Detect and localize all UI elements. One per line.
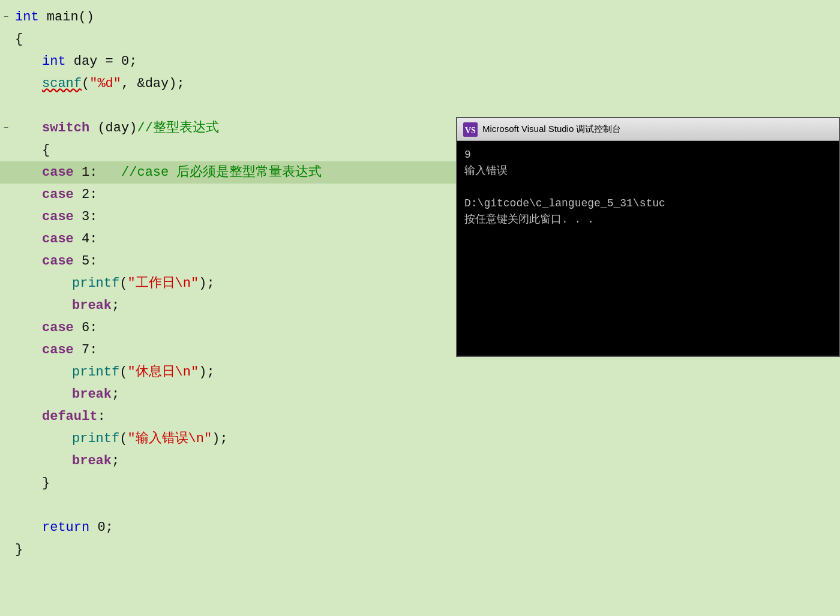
code-content-17: printf("休息日\n"); (12, 362, 215, 383)
keyword-break-1: break (72, 298, 112, 313)
code-content-2: { (12, 29, 23, 50)
printf-3-end: ); (212, 431, 227, 446)
printf-1-end: ); (199, 276, 214, 291)
code-content-10: case 3: (12, 206, 97, 227)
switch-brace-close: } (42, 476, 50, 491)
restday-string: "休息日\n" (127, 365, 199, 380)
code-content-19: default: (12, 406, 106, 427)
keyword-case-4: case (42, 232, 74, 247)
code-content-23 (12, 495, 23, 516)
code-line-1: − int main() (0, 6, 840, 28)
default-colon: : (97, 409, 105, 424)
case-5-val: 5: (74, 254, 98, 269)
switch-condition: (day) (89, 121, 137, 136)
code-content-13: printf("工作日\n"); (12, 273, 215, 294)
keyword-case-7: case (42, 342, 74, 357)
code-content-7: { (12, 140, 50, 161)
code-line-19: default: (0, 405, 840, 428)
keyword-int-2: int (42, 54, 66, 69)
code-editor: − int main() { int day = 0; scanf("%d", … (0, 0, 840, 616)
fold-icon-6[interactable]: − (0, 118, 12, 139)
switch-comment: //整型表达式 (137, 121, 218, 136)
keyword-case-5: case (42, 254, 74, 269)
code-content-14: break; (12, 295, 119, 316)
code-line-23 (0, 494, 840, 516)
printf-2: printf (72, 365, 119, 380)
code-content-24: return 0; (12, 517, 113, 538)
code-content-9: case 2: (12, 184, 97, 205)
break-1-semi: ; (112, 298, 119, 313)
case-4-val: 4: (74, 232, 98, 247)
break-2-semi: ; (112, 387, 119, 402)
code-content-5 (12, 95, 23, 116)
return-val: 0; (89, 520, 113, 535)
case-7-val: 7: (74, 342, 98, 357)
code-line-4: scanf("%d", &day); (0, 73, 840, 95)
code-content-21: break; (12, 450, 119, 471)
keyword-break-2: break (72, 387, 112, 402)
console-window: VS Microsoft Visual Studio 调试控制台 9 输入错误 … (456, 117, 840, 357)
case-1-val: 1: (74, 165, 121, 180)
case-6-val: 6: (74, 320, 98, 335)
main-brace-close: } (15, 542, 23, 557)
case-2-val: 2: (74, 187, 98, 202)
scanf-paren: ( (82, 76, 89, 91)
svg-text:VS: VS (465, 126, 476, 135)
scanf-args: , &day); (121, 76, 185, 91)
code-content-18: break; (12, 384, 119, 405)
keyword-return: return (42, 520, 89, 535)
format-string: "%d" (89, 76, 121, 91)
code-content-11: case 4: (12, 229, 97, 250)
printf-1-paren: ( (119, 276, 127, 291)
brace-open: { (15, 32, 23, 47)
console-output: 9 输入错误 D:\gitcode\c_languege_5_31\stuc 按… (464, 147, 832, 228)
code-content-1: int main() (12, 7, 94, 28)
keyword-switch: switch (42, 121, 89, 136)
code-content-25: } (12, 539, 23, 560)
keyword-case-2: case (42, 187, 74, 202)
code-line-2: { (0, 28, 840, 50)
keyword-int: int (15, 10, 39, 25)
printf-3-paren: ( (119, 431, 127, 446)
code-content-22: } (12, 473, 50, 494)
code-line-24: return 0; (0, 516, 840, 539)
code-line-22: } (0, 472, 840, 494)
main-func: main() (39, 10, 94, 25)
code-content-8: case 1: //case 后必须是整型常量表达式 (12, 162, 322, 183)
keyword-break-3: break (72, 453, 112, 468)
code-line-5 (0, 95, 840, 117)
code-content-3: int day = 0; (12, 51, 137, 72)
code-line-21: break; (0, 450, 840, 472)
code-content-6: switch (day)//整型表达式 (12, 118, 219, 139)
code-line-20: printf("输入错误\n"); (0, 428, 840, 450)
printf-3: printf (72, 431, 119, 446)
var-day: day = 0; (66, 54, 137, 69)
vs-icon: VS (463, 122, 478, 137)
code-line-17: printf("休息日\n"); (0, 361, 840, 383)
error-string: "输入错误\n" (127, 431, 212, 446)
console-body: 9 输入错误 D:\gitcode\c_languege_5_31\stuc 按… (457, 141, 839, 356)
scanf-func: scanf (42, 76, 82, 91)
keyword-case-3: case (42, 209, 74, 224)
printf-1: printf (72, 276, 119, 291)
code-content-12: case 5: (12, 251, 97, 272)
code-line-3: int day = 0; (0, 50, 840, 73)
code-content-15: case 6: (12, 317, 97, 338)
code-content-4: scanf("%d", &day); (12, 73, 185, 94)
case-3-val: 3: (74, 209, 98, 224)
code-content-16: case 7: (12, 339, 97, 360)
keyword-case-1: case (42, 165, 74, 180)
workday-string: "工作日\n" (127, 276, 199, 291)
console-title: Microsoft Visual Studio 调试控制台 (482, 124, 621, 135)
printf-2-end: ); (199, 365, 214, 380)
keyword-case-6: case (42, 320, 74, 335)
code-line-25: } (0, 539, 840, 561)
printf-2-paren: ( (119, 365, 127, 380)
fold-icon-1[interactable]: − (0, 7, 12, 28)
keyword-default: default (42, 409, 97, 424)
break-3-semi: ; (112, 453, 119, 468)
code-content-20: printf("输入错误\n"); (12, 428, 228, 449)
case-1-comment: //case 后必须是整型常量表达式 (121, 165, 322, 180)
console-titlebar: VS Microsoft Visual Studio 调试控制台 (457, 118, 839, 141)
code-line-18: break; (0, 383, 840, 405)
